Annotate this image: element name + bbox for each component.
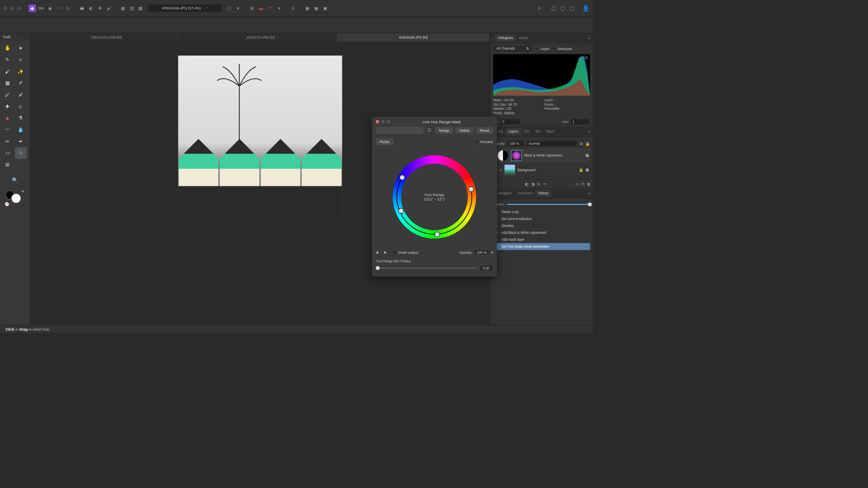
lock-icon[interactable]: 🔒 <box>585 142 590 146</box>
panel-handle-icon[interactable]: || <box>492 37 493 40</box>
tab-stock[interactable]: Stock <box>543 128 557 135</box>
eyedropper-tool-icon[interactable]: ✑ <box>2 135 13 147</box>
paint-tool-icon[interactable]: 🖌 <box>2 65 13 77</box>
lock-icon[interactable]: 🔒 <box>579 168 584 172</box>
clone-tool-icon[interactable]: ⎌ <box>15 100 27 112</box>
group-icon[interactable]: ▭ <box>575 182 579 186</box>
chevron-down-icon[interactable]: ▾ <box>275 4 283 12</box>
square-icon[interactable]: ▢ <box>225 4 233 12</box>
freehand-tool-icon[interactable]: ✐ <box>15 77 27 89</box>
rectangle-tool-icon[interactable]: ▭ <box>2 147 13 159</box>
reset-button[interactable]: Reset <box>476 127 493 134</box>
min-input[interactable] <box>501 119 520 125</box>
panel-menu-icon[interactable]: ≡ <box>588 191 591 196</box>
hue-wheel[interactable]: Hue Range (211° - 12°) <box>387 150 481 244</box>
layer-row[interactable]: › Black & White Adjustment <box>493 148 590 163</box>
blur-value[interactable]: 0 px <box>479 265 493 271</box>
doc-tab[interactable]: 4H0A6166.JPG [M] <box>337 33 490 41</box>
foreground-color-swatch[interactable] <box>11 193 21 203</box>
brush-tool-icon[interactable]: ✎ <box>2 54 13 66</box>
marquee-tool-icon[interactable]: ▦ <box>2 77 13 89</box>
tab-history[interactable]: History <box>536 190 551 197</box>
link-icon[interactable]: ⎘ <box>289 4 297 12</box>
max-input[interactable] <box>571 119 590 125</box>
tab-chn[interactable]: Chn <box>521 128 533 135</box>
blend-mode-dropdown[interactable]: Normal <box>527 141 577 147</box>
layer-thumb-image[interactable] <box>504 164 515 175</box>
no-color-icon[interactable] <box>5 202 9 206</box>
user-icon[interactable]: 👤 <box>582 4 590 12</box>
brush-icon[interactable]: 🖌 <box>105 4 112 12</box>
grid-cross-icon[interactable]: ▨ <box>128 4 136 12</box>
layer-checkbox[interactable]: Layer <box>535 46 549 50</box>
snap-icon[interactable]: ⊩ <box>536 4 544 12</box>
opacity-value[interactable]: 100 % <box>474 249 489 256</box>
zoom-tool-icon[interactable]: 🔍 <box>9 174 21 186</box>
persona-liquify-icon[interactable]: ⋙ <box>37 4 45 12</box>
triangle-black-icon[interactable]: ◢ <box>376 250 381 255</box>
pen-tool-icon[interactable]: ✒ <box>15 135 27 147</box>
mountains-icon[interactable]: 🏔 <box>79 4 86 12</box>
contrast-icon[interactable]: ◐ <box>87 4 94 12</box>
window-traffic-lights[interactable] <box>3 6 21 10</box>
smudge-tool-icon[interactable]: 〰 <box>2 124 13 136</box>
circle3-icon[interactable]: ◯ <box>568 4 575 12</box>
minimize-icon[interactable] <box>381 120 385 123</box>
history-item[interactable]: ✎Set current selection <box>493 215 590 222</box>
tab-navigator[interactable]: Navigator <box>495 190 515 197</box>
layer-row[interactable]: ▦ Background 🔒 <box>493 163 590 177</box>
burn-tool-icon[interactable]: ▲ <box>2 112 13 124</box>
app-icon[interactable]: ◆ <box>28 4 36 12</box>
maximize-icon[interactable] <box>387 120 390 123</box>
hand-tool-icon[interactable]: ✋ <box>2 42 13 54</box>
history-item[interactable]: ✎Set Hue range mask parameters <box>493 243 590 250</box>
canvas-image[interactable] <box>178 56 342 250</box>
menu-icon[interactable]: ☰ <box>426 126 433 134</box>
layer-visibility-icon[interactable] <box>586 154 589 157</box>
marquee-checkbox[interactable]: Marquee <box>552 46 572 50</box>
persona-develop-icon[interactable]: ◉ <box>46 4 54 12</box>
channels-dropdown[interactable]: All Channels⇅ <box>493 45 532 52</box>
color-swatches[interactable]: ⇆ <box>0 188 30 205</box>
grid-dashed-icon[interactable]: ▦ <box>119 4 127 12</box>
flask-tool-icon[interactable]: ⚗ <box>15 112 27 124</box>
fx-text-icon[interactable]: fx <box>537 182 540 186</box>
align-icon[interactable]: ⊞ <box>249 4 256 12</box>
crop-tool-icon[interactable]: ⌗ <box>15 54 27 66</box>
fx-icon[interactable]: ◑ <box>531 182 534 186</box>
history-item[interactable]: ✎Raster crop <box>493 208 590 215</box>
blur-tool-icon[interactable]: 💧 <box>15 124 27 136</box>
panel-menu-icon[interactable]: ≡ <box>588 129 591 134</box>
layer3-icon[interactable]: ▣ <box>321 4 329 12</box>
color-wheel-icon[interactable]: ❋ <box>96 4 103 12</box>
wand-tool-icon[interactable]: ✨ <box>15 65 27 77</box>
healing-tool-icon[interactable]: ✚ <box>2 100 13 112</box>
dialog-traffic-lights[interactable] <box>376 120 390 123</box>
crop-icon[interactable]: ✂ <box>543 182 547 186</box>
doc-tab[interactable]: DSC01913.ARW [M] <box>30 33 184 41</box>
position-slider[interactable] <box>507 204 590 205</box>
picker-button[interactable]: Picker <box>376 138 394 145</box>
tab-layers[interactable]: Layers <box>505 128 521 135</box>
tab-transform[interactable]: Transform <box>515 190 536 197</box>
mesh-tool-icon[interactable]: ⊞ <box>2 159 13 171</box>
tab-histogram[interactable]: Histogram <box>495 35 516 42</box>
persona-tone-icon[interactable]: 〰 <box>55 4 63 12</box>
chevron-down-icon[interactable]: ▾ <box>491 250 493 254</box>
history-item[interactable]: ✎Add Black & White Adjustment <box>493 229 590 236</box>
layer-visibility-icon[interactable] <box>586 168 589 172</box>
layer1-icon[interactable]: ▣ <box>304 4 311 12</box>
chevron-down-icon[interactable]: ▾ <box>234 4 242 12</box>
brush2-tool-icon[interactable]: 🖊 <box>2 89 13 101</box>
history-item[interactable]: ✎Add mask layer <box>493 236 590 243</box>
adjustment-icon[interactable]: ◐ <box>525 182 528 186</box>
trash-icon[interactable]: 🗑 <box>587 182 591 186</box>
undo-icon[interactable]: ↶ <box>267 4 274 12</box>
close-icon[interactable] <box>376 120 379 123</box>
brush3-tool-icon[interactable]: 🖋 <box>15 89 27 101</box>
swap-colors-icon[interactable]: ⇆ <box>22 190 24 194</box>
preview-checkbox[interactable]: Preview <box>474 140 493 144</box>
invert-output-checkbox[interactable]: Invert output <box>392 250 418 254</box>
layer-thumb-bw[interactable] <box>497 150 508 161</box>
delete-button[interactable]: Delete <box>455 127 474 134</box>
